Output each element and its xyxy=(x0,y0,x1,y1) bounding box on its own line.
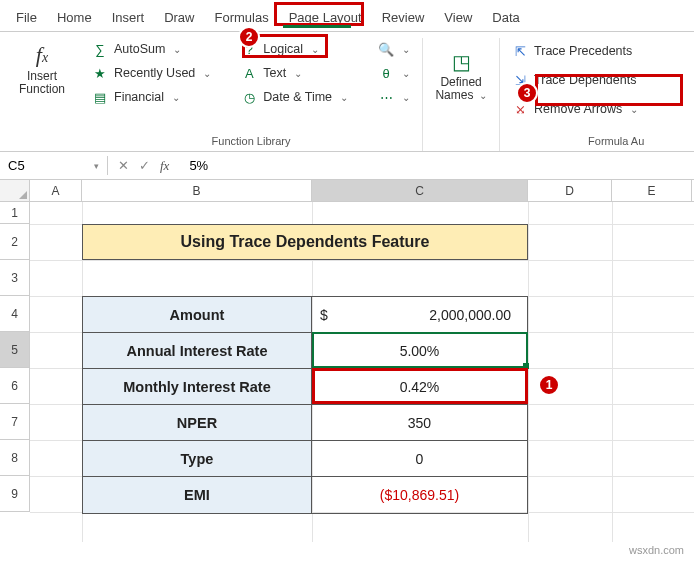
callout-cell-c5 xyxy=(312,368,528,404)
tab-home[interactable]: Home xyxy=(47,4,102,31)
tab-data[interactable]: Data xyxy=(482,4,529,31)
row-header-2[interactable]: 2 xyxy=(0,224,30,260)
formula-input[interactable]: 5% xyxy=(179,156,694,175)
more-button[interactable]: ⋯⌄ xyxy=(372,86,416,108)
row-header-8[interactable]: 8 xyxy=(0,440,30,476)
row-header-3[interactable]: 3 xyxy=(0,260,30,296)
col-header-A[interactable]: A xyxy=(30,180,82,201)
trace-precedents-button[interactable]: ⇱Trace Precedents xyxy=(506,40,644,62)
lookup-icon: 🔍 xyxy=(378,41,394,57)
chevron-down-icon: ⌄ xyxy=(479,90,487,101)
tab-draw[interactable]: Draw xyxy=(154,4,204,31)
chevron-down-icon: ⌄ xyxy=(294,68,302,79)
cell-label-amount[interactable]: Amount xyxy=(83,297,312,332)
cell-label-monthly[interactable]: Monthly Interest Rate xyxy=(83,369,312,404)
financial-icon: ▤ xyxy=(92,89,108,105)
column-headers: A B C D E xyxy=(0,180,694,202)
row-header-7[interactable]: 7 xyxy=(0,404,30,440)
insert-function-label: Insert Function xyxy=(16,70,68,96)
select-all-button[interactable] xyxy=(0,180,30,201)
group-label-audit: Formula Au xyxy=(588,135,644,147)
cell-label-emi[interactable]: EMI xyxy=(83,477,312,513)
math-button[interactable]: θ⌄ xyxy=(372,62,416,84)
name-icon: ◳ xyxy=(452,50,471,74)
data-table: Amount $2,000,000.00 Annual Interest Rat… xyxy=(82,296,528,514)
cell-label-annual[interactable]: Annual Interest Rate xyxy=(83,333,312,368)
cancel-icon[interactable]: ✕ xyxy=(118,158,129,173)
chevron-down-icon: ⌄ xyxy=(172,92,180,103)
recently-used-button[interactable]: ★Recently Used⌄ xyxy=(86,62,217,84)
chevron-down-icon: ⌄ xyxy=(402,68,410,79)
callout-formulas-tab xyxy=(274,2,364,26)
active-tab-underline xyxy=(283,25,351,28)
tab-insert[interactable]: Insert xyxy=(102,4,155,31)
badge-3: 3 xyxy=(516,82,538,104)
text-button[interactable]: AText⌄ xyxy=(235,62,354,84)
tab-formulas[interactable]: Formulas xyxy=(205,4,279,31)
sheet-title[interactable]: Using Trace Dependents Feature xyxy=(82,224,528,260)
chevron-down-icon: ⌄ xyxy=(402,44,410,55)
text-icon: A xyxy=(241,65,257,81)
cell-value-type[interactable]: 0 xyxy=(312,441,527,476)
chevron-down-icon: ⌄ xyxy=(402,92,410,103)
cell-value-nper[interactable]: 350 xyxy=(312,405,527,440)
name-box[interactable]: C5▾ xyxy=(0,156,108,175)
badge-1: 1 xyxy=(538,374,560,396)
recent-icon: ★ xyxy=(92,65,108,81)
fx-icon[interactable]: fx xyxy=(160,158,169,174)
col-header-D[interactable]: D xyxy=(528,180,612,201)
active-cell-marker xyxy=(312,332,528,368)
tab-file[interactable]: File xyxy=(6,4,47,31)
financial-button[interactable]: ▤Financial⌄ xyxy=(86,86,217,108)
row-header-4[interactable]: 4 xyxy=(0,296,30,332)
chevron-down-icon: ⌄ xyxy=(173,44,181,55)
callout-trace-dependents xyxy=(535,74,683,106)
tab-view[interactable]: View xyxy=(434,4,482,31)
col-header-B[interactable]: B xyxy=(82,180,312,201)
more-icon: ⋯ xyxy=(378,89,394,105)
row-headers: 1 2 3 4 5 6 7 8 9 xyxy=(0,202,30,542)
cell-label-nper[interactable]: NPER xyxy=(83,405,312,440)
clock-icon: ◷ xyxy=(241,89,257,105)
precedents-icon: ⇱ xyxy=(512,43,528,59)
chevron-down-icon: ⌄ xyxy=(203,68,211,79)
tab-review[interactable]: Review xyxy=(372,4,435,31)
watermark: wsxdn.com xyxy=(629,544,684,556)
col-header-C[interactable]: C xyxy=(312,180,528,201)
chevron-down-icon: ⌄ xyxy=(340,92,348,103)
cell-value-emi[interactable]: ($10,869.51) xyxy=(312,477,527,513)
col-header-E[interactable]: E xyxy=(612,180,692,201)
fx-icon: fx xyxy=(36,42,48,68)
autosum-button[interactable]: ∑AutoSum⌄ xyxy=(86,38,217,60)
badge-2: 2 xyxy=(238,26,260,48)
cell-label-type[interactable]: Type xyxy=(83,441,312,476)
group-insert-function: fx Insert Function xyxy=(4,38,80,151)
table-row: EMI ($10,869.51) xyxy=(83,477,527,513)
cell-value-amount[interactable]: $2,000,000.00 xyxy=(312,297,527,332)
confirm-icon[interactable]: ✓ xyxy=(139,158,150,173)
row-header-5[interactable]: 5 xyxy=(0,332,30,368)
row-header-1[interactable]: 1 xyxy=(0,202,30,224)
lookup-button[interactable]: 🔍⌄ xyxy=(372,38,416,60)
group-label-library: Function Library xyxy=(212,135,291,147)
table-row: Type 0 xyxy=(83,441,527,477)
formula-bar-icons: ✕ ✓ fx xyxy=(108,158,179,174)
insert-function-button[interactable]: fx Insert Function xyxy=(10,38,74,100)
defined-names-button[interactable]: ◳ Defined Names ⌄ xyxy=(429,46,493,106)
row-header-9[interactable]: 9 xyxy=(0,476,30,512)
table-row: Amount $2,000,000.00 xyxy=(83,297,527,333)
chevron-down-icon: ▾ xyxy=(94,161,99,171)
sigma-icon: ∑ xyxy=(92,41,108,57)
row-header-6[interactable]: 6 xyxy=(0,368,30,404)
group-defined-names: ◳ Defined Names ⌄ xyxy=(423,38,500,151)
theta-icon: θ xyxy=(378,65,394,81)
formula-bar: C5▾ ✕ ✓ fx 5% xyxy=(0,152,694,180)
datetime-button[interactable]: ◷Date & Time⌄ xyxy=(235,86,354,108)
table-row: NPER 350 xyxy=(83,405,527,441)
